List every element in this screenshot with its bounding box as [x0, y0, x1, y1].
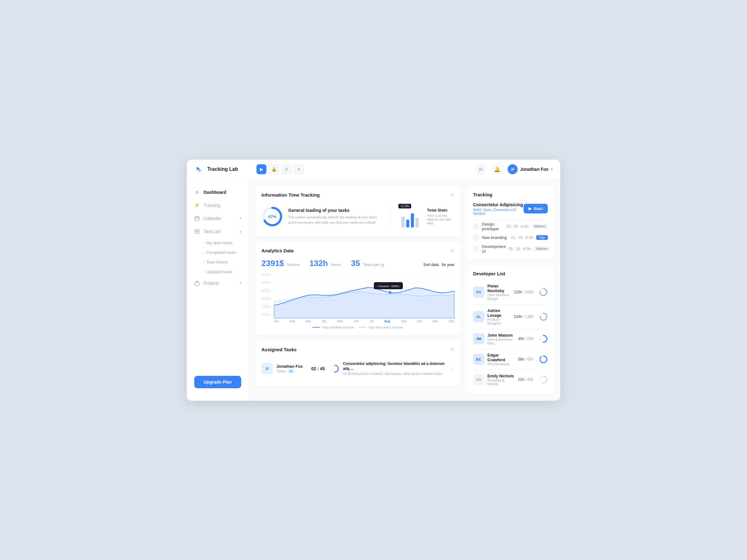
start-button[interactable]: ▶ Start: [523, 204, 548, 213]
task-progress-circle: [331, 364, 339, 373]
stats-row: 2391$ Income 132h Hours 35 Tasks per dy: [261, 259, 455, 268]
svg-rect-15: [411, 213, 414, 228]
play-icon: ▶: [529, 206, 532, 211]
assigned-tasks-card: Assigned Tasks ⚙ JF Jonathan Fox Today 4…: [255, 340, 461, 386]
task-name: Design prototype: [482, 222, 504, 231]
income-stat: 2391$ Income: [261, 259, 300, 268]
info-tracking-title: Information Time Tracking: [261, 192, 320, 197]
project-sub: No62: Open_Consectet v.12 #project: [473, 208, 523, 215]
project-title: Consectetur Adipisicing: [473, 202, 523, 207]
projects-icon: [194, 280, 200, 286]
info-heading: General loading of your tasks: [288, 208, 383, 213]
dev-info: Edgar Crawford iOS Developer: [487, 353, 515, 366]
svg-rect-2: [195, 217, 199, 220]
logo-area: Tracking Lab: [194, 164, 256, 174]
sidebar-item-dashboard[interactable]: ○ Dashboard: [187, 186, 249, 199]
dev-role: User Interface Design: [487, 293, 511, 300]
svg-marker-1: [199, 169, 202, 172]
chart-svg: • Income: +639%: [274, 273, 455, 318]
analytics-title: Analytics Data: [261, 248, 293, 253]
analytics-header: Analytics Data ⚙: [261, 248, 455, 254]
center-panel: Information Time Tracking ⚙ 67%: [255, 186, 461, 395]
top-bar: Tracking Lab ▶ 🔒 ↺ ✕ ✉ 🔔 JF Jonathan Fox…: [187, 160, 560, 180]
task-name: Development UI: [482, 244, 506, 254]
sidebar-label-projects: Projects: [204, 281, 220, 286]
toolbar-play-btn[interactable]: ▶: [256, 164, 266, 174]
dev-divider: [473, 304, 548, 304]
notifications-button[interactable]: 🔔: [491, 164, 503, 175]
tasklist-caret: ▴: [240, 230, 241, 233]
svg-text:67%: 67%: [268, 214, 276, 219]
analytics-gear-icon[interactable]: ⚙: [450, 248, 455, 254]
user-name: Jonathan Fox: [520, 167, 548, 172]
dev-info: John Watson User Experience Des...: [487, 333, 515, 345]
table-row: JF Jonathan Fox Today 4h 02 : 45: [261, 357, 455, 380]
tasks-gear-icon[interactable]: ⚙: [450, 347, 455, 352]
calendar-icon: [194, 216, 200, 221]
hours-value: 132h: [309, 259, 328, 268]
dev-avatar: PN: [473, 287, 484, 298]
sidebar-label-calendar: Calendar: [204, 216, 221, 221]
dev-avatar: AL: [473, 311, 484, 322]
legend-monthly: Your monthly income: [312, 325, 354, 329]
info-gear-icon[interactable]: ⚙: [450, 192, 455, 198]
chart-legend: Your monthly income Your last year's inc…: [261, 325, 455, 329]
tasklist-icon: [194, 229, 200, 234]
list-item: JW John Watson User Experience Des... 45…: [473, 330, 548, 348]
sub-task-history[interactable]: Task history: [204, 257, 249, 267]
task-title-main: Consectetur adipisicing: Sectetur blandi…: [343, 362, 444, 371]
right-panel: Tracking Consectetur Adipisicing No62: O…: [467, 186, 554, 395]
sidebar-item-projects[interactable]: Projects ▾: [187, 276, 249, 290]
chart-y-labels: 3500$ 3000$ 2500$ 2000$ 1500$ 1000$: [261, 273, 274, 317]
toolbar-lock-btn[interactable]: 🔒: [269, 164, 279, 174]
dev-hours: 104h / 138h: [514, 315, 534, 319]
user-area[interactable]: JF Jonathan Fox ▾: [508, 164, 553, 174]
dev-progress-circle: [539, 335, 548, 343]
legend-yearly-line: [359, 327, 366, 328]
mini-bar-chart: [398, 210, 423, 229]
task-time: 00 : 18 of 9h: [509, 247, 531, 251]
analytics-chart: 3500$ 3000$ 2500$ 2000$ 1500$ 1000$: [261, 273, 455, 323]
assigned-tasks-header: Assigned Tasks ⚙: [261, 347, 455, 352]
info-tracking-header: Information Time Tracking ⚙: [261, 192, 455, 198]
user-avatar: JF: [508, 164, 518, 174]
dashboard-icon: ○: [194, 189, 200, 195]
task-title: Consectetur adipisicing: Sectetur blandi…: [343, 361, 446, 376]
tasklist-submenu: My open tasks Completed tasks Task histo…: [187, 238, 249, 276]
svg-rect-6: [195, 230, 199, 233]
info-text: General loading of your tasks The system…: [288, 208, 383, 225]
dev-name: Edgar Crawford: [487, 353, 515, 362]
check-icon: ✓: [473, 246, 479, 252]
dev-role: User Experience Des...: [487, 338, 515, 345]
priority-badge: Medium: [532, 224, 548, 229]
list-item: EC Edgar Crawford iOS Developer 58h / 65…: [473, 350, 548, 368]
sub-completed-tasks[interactable]: Completed tasks: [204, 248, 249, 257]
dev-avatar: JW: [473, 333, 484, 344]
info-left: 67% General loading of your tasks The sy…: [261, 203, 383, 230]
mail-button[interactable]: ✉: [475, 164, 487, 175]
sub-updated-tasks[interactable]: Updated tasks: [204, 267, 249, 276]
upgrade-button[interactable]: Upgrade Plan: [194, 376, 241, 388]
stats-badge: +2.3%: [398, 204, 411, 209]
sidebar-item-tracking[interactable]: ⚡ Tracking: [187, 199, 249, 212]
priority-badge: High: [536, 235, 548, 240]
dev-divider: [473, 329, 548, 329]
task-menu-icon[interactable]: ⋮: [449, 366, 455, 371]
analytics-card: Analytics Data ⚙ 2391$ Income 132h Hours: [255, 241, 461, 336]
info-description: The system automatically detects the loa…: [288, 215, 383, 225]
legend-monthly-line: [312, 327, 320, 328]
svg-rect-16: [415, 218, 419, 228]
dev-name: Emily Nichols: [487, 374, 515, 378]
hours-stat: 132h Hours: [309, 259, 341, 268]
sub-open-tasks[interactable]: My open tasks: [204, 238, 249, 248]
toolbar-close-btn[interactable]: ✕: [294, 164, 304, 174]
top-right: ✉ 🔔 JF Jonathan Fox ▾: [475, 164, 553, 175]
sidebar-item-tasklist[interactable]: Task List ▴: [187, 225, 249, 238]
dev-name: Pieter Novitsky: [487, 284, 511, 293]
sidebar-item-calendar[interactable]: Calendar ▾: [187, 212, 249, 225]
chart-x-labels: Jan Feb Mar Apr May Jun Jul Aug Sep Oct …: [274, 320, 455, 323]
tracking-task-item: ✓ New branding 01 : 32 of 4h High: [473, 235, 548, 240]
check-icon: ✓: [473, 224, 479, 229]
toolbar-refresh-btn[interactable]: ↺: [281, 164, 291, 174]
dev-divider: [473, 370, 548, 370]
